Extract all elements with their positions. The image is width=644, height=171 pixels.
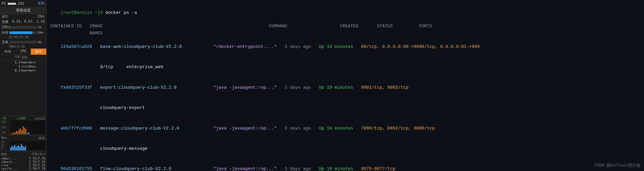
name-2: cloudquery-export [60, 105, 145, 110]
col-container-id: CONTAINER ID IMAGE [50, 24, 198, 29]
img-4: flow:cloudquery-club-V2.2.0 [100, 166, 208, 171]
ping-y-0: 0 [1, 147, 9, 150]
ping-section: 9ms 本机 38 19 0 [0, 135, 46, 151]
cmd-1: "/docker-entrypoint...." [208, 44, 284, 49]
system-info-title: 系统信息 [0, 7, 46, 14]
mem-label: 内存 [2, 30, 8, 35]
swap-bar-bg [9, 41, 37, 44]
proc-name-2: clickho+ [21, 65, 45, 68]
tab-memory[interactable]: 内存 [0, 49, 16, 55]
created-2: 3 days ago [284, 85, 319, 90]
disk-avail-4: 7.7G/7.7G [29, 167, 45, 170]
net-down-label: ↓744B [16, 117, 25, 120]
tab-cpu[interactable]: CPU [16, 49, 31, 55]
terminal-panel: [root@anolis ~]# docker ps -a CONTAINER … [47, 0, 644, 171]
disk-row-4: sys/fs... 7.7G/7.7G [1, 167, 45, 170]
net-bars [10, 121, 45, 134]
proc-name-3: kworker+ [21, 69, 45, 72]
pid-col-header [1, 55, 11, 60]
img-1: base-web:cloudquery-club-V2.2.0 [100, 44, 208, 49]
container-name-1: 9/tcp enterprise_web [50, 57, 641, 77]
tab-command[interactable]: 命令 [31, 49, 46, 55]
proc-header: CPU 名称 [0, 55, 46, 60]
disk-section: 路径 可用/大小 /dev/... 7.7G/7.7G /dev/s... 7.… [0, 151, 46, 171]
ip-label: PI ■■■■.242 [2, 2, 24, 5]
mem-section: 内存 84% 12.9G/15.3G [0, 30, 46, 39]
cmd-4: "java -javaagent:/op..." [208, 166, 284, 171]
mem-bar-row: 内存 84% [2, 30, 45, 35]
proc-name-1: kworker+ [21, 61, 45, 64]
disk-path-3: /run [1, 164, 8, 167]
created-1: 3 days ago [284, 44, 319, 49]
cmd-3: "java -javaagent:/op..." [208, 126, 284, 131]
cpu-col-header: CPU [11, 55, 21, 60]
disk-avail-header: 可用/大小 [31, 152, 45, 156]
ports-2: 9001/tcp, 9803/tcp [361, 85, 408, 90]
watermark: CSDN @BinTools图尔兹 [594, 163, 641, 168]
net-header: ↑1K ↓744B ens33 [1, 117, 45, 120]
container-row-3: abb7f7fcd56b message:cloudquery-club-V2.… [50, 118, 641, 138]
ping-y-axis: 38 19 0 [1, 141, 9, 150]
disk-path-1: /dev/... [1, 157, 16, 160]
mem-pct: 84% [38, 31, 45, 34]
disk-header: 路径 可用/大小 [1, 152, 45, 156]
disk-avail-3: 7.7G/7.7G [29, 164, 45, 167]
created-4: 3 days ago [284, 166, 319, 171]
copy-button[interactable]: 复制 [38, 1, 45, 6]
swap-label: 交换 [2, 40, 8, 45]
proc-row-3: 0.3 kworker+ [0, 68, 46, 73]
cmd-2: "java -javaagent:/op..." [208, 85, 284, 90]
container-name-3: cloudquery-message [50, 139, 641, 159]
col-names: NAMES [50, 31, 103, 36]
mem-value: 12.9G/15.3G [2, 35, 45, 39]
status-3: Up 19 minutes [319, 126, 361, 131]
load-label: 负载 [2, 20, 8, 24]
ports-1: 80/tcp, 0.0.0.0:80->9898/tcp, 0.0.0.0:81… [361, 44, 480, 49]
cpu-value: 2% [38, 26, 45, 29]
cpu-section: CPU 2% [0, 25, 46, 30]
created-3: 3 days ago [284, 126, 319, 131]
ping-graph-area: 38 19 0 [1, 141, 45, 150]
status-2: Up 19 minutes [319, 85, 361, 90]
disk-row-1: /dev/... 7.7G/7.7G [1, 157, 45, 160]
mem-bar-bg [9, 31, 37, 34]
cid-1: 124a507ca028 [60, 44, 100, 49]
cid-3: abb7f7fcd56b [60, 126, 100, 131]
img-2: export:cloudquery-club-V2.2.0 [100, 85, 208, 90]
command-text: docker ps -a [103, 10, 137, 15]
proc-row-1: 1.3 kworker+ [0, 60, 46, 64]
proc-cpu-1: 1.3 [11, 61, 21, 64]
ports-3: 7090/tcp, 8892/tcp, 8899/tcp [361, 126, 435, 131]
container-row-4: 96d536101755 flow:cloudquery-club-V2.2.0… [50, 159, 641, 171]
status-1: Up 19 minutes [319, 44, 361, 49]
img-3: message:cloudquery-club-V2.2.0 [100, 126, 208, 131]
mem-bar-fill [9, 31, 32, 34]
net-y-10k: 10K [1, 131, 9, 134]
disk-path-header: 路径 [1, 152, 7, 156]
net-graph-area: 30K 20K 10K [1, 121, 45, 134]
running-value: 19分 [37, 14, 45, 19]
process-tabs: 内存 CPU 命令 [0, 49, 46, 55]
load-value: 0.33, 0.67, 1.19 [12, 20, 45, 24]
disk-row-2: /dev/s... 7.7G/7.7G [1, 160, 45, 164]
disk-row-3: /run 7.7G/7.7G [1, 164, 45, 167]
cpu-label: CPU [2, 25, 8, 29]
cid-4: 96d536101755 [60, 166, 100, 171]
cpu-bar-row: CPU 2% [2, 25, 45, 29]
swap-pct: 0% [38, 40, 45, 44]
container-row-1: 124a507ca028 base-web:cloudquery-club-V2… [50, 37, 641, 57]
ping-bars [10, 141, 45, 150]
swap-bar-row: 交换 0% [2, 40, 45, 45]
ping-right: 本机 [39, 136, 45, 141]
ping-header: 9ms 本机 [1, 136, 45, 141]
disk-path-4: sys/fs... [1, 167, 18, 170]
ping-y-19: 19 [1, 144, 9, 147]
left-panel: PI ■■■■.242 复制 系统信息 运行 19分 负载 0.33, 0.67… [0, 0, 47, 171]
running-row: 运行 19分 [0, 14, 46, 19]
container-row-2: fa892525f33f export:cloudquery-club-V2.2… [50, 78, 641, 98]
ping-graph [10, 141, 45, 150]
docker-header-names: NAMES [50, 30, 641, 37]
col-command: COMMAND [198, 24, 340, 29]
net-y-30k: 30K [1, 121, 9, 124]
cpu-bar-bg [9, 26, 37, 29]
